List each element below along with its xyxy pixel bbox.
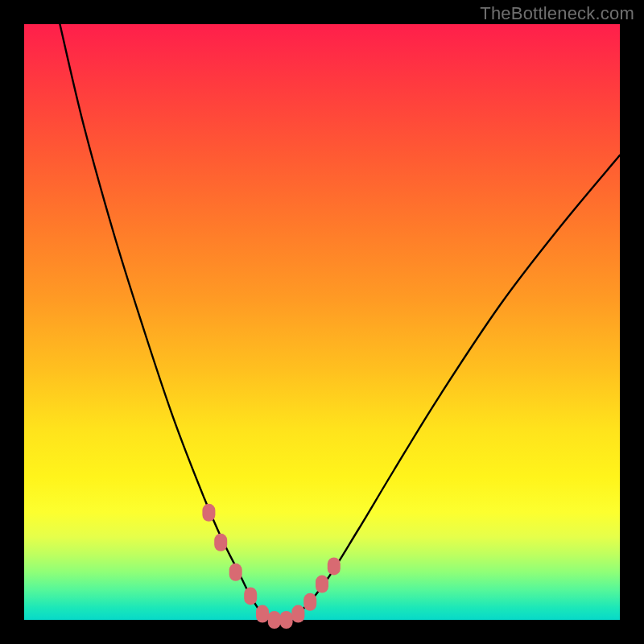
marker-dot bbox=[229, 564, 242, 581]
marker-dot bbox=[316, 576, 328, 593]
bottleneck-curve-path bbox=[60, 24, 620, 621]
marker-dot bbox=[268, 611, 281, 629]
marker-dot bbox=[291, 605, 304, 623]
marker-dot bbox=[328, 557, 341, 575]
marker-dot bbox=[214, 534, 227, 551]
marker-dot bbox=[303, 593, 316, 611]
marker-dot bbox=[280, 611, 293, 629]
bottleneck-chart bbox=[24, 24, 620, 620]
marker-dot bbox=[244, 587, 257, 605]
marker-group bbox=[202, 504, 340, 629]
watermark-text: TheBottleneck.com bbox=[480, 3, 634, 24]
marker-dot bbox=[256, 605, 269, 623]
plot-area bbox=[24, 24, 620, 620]
outer-frame: TheBottleneck.com bbox=[0, 0, 644, 644]
marker-dot bbox=[202, 504, 215, 522]
